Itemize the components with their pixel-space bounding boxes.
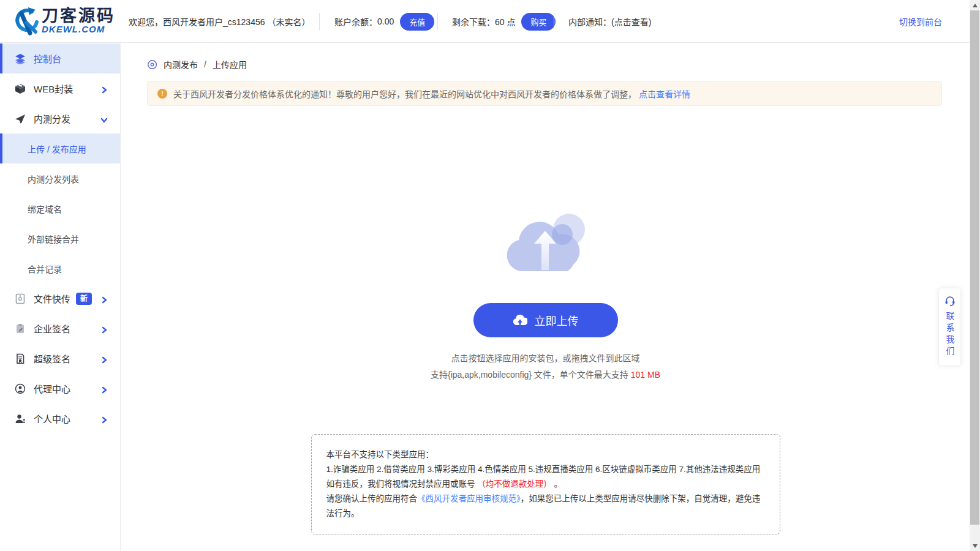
top-header: 刀客源码 DKEWL.COM 欢迎您，西风开发者用户_cs123456 （未实名… (0, 0, 970, 43)
sidebar-nav: 控制台 WEB封装 内测分发 上传 / 发布应用 (0, 43, 121, 551)
header-divider (437, 13, 438, 30)
downloads-value: 60 点 (495, 15, 515, 28)
logo-mark-icon (11, 6, 39, 36)
sidebar-subitem-external-link-merge[interactable]: 外部链接合并 (0, 223, 120, 253)
sidebar-subitem-bind-domain[interactable]: 绑定域名 (0, 193, 120, 223)
sidebar-item-personal-center[interactable]: 个人中心 (0, 403, 120, 433)
location-target-icon (147, 59, 157, 70)
rules-line-4: 请您确认上传的应用符合《西风开发者应用审核规范》，如果您已上传以上类型应用请尽快… (326, 492, 765, 521)
account-balance: 账户余额： 0.00 充值 (334, 0, 434, 43)
rules-line-4-text: 请您确认上传的应用符合 (326, 494, 418, 503)
file-icon (15, 293, 26, 304)
sidebar-item-label: 文件快传 (34, 292, 70, 305)
chevron-down-icon (100, 115, 108, 126)
internal-notice[interactable]: 内部通知： (点击查看) (568, 0, 651, 43)
sidebar-item-enterprise-signature[interactable]: 企业签名 (0, 313, 120, 343)
downloads-label: 剩余下载： (452, 15, 495, 28)
sidebar-item-label: 代理中心 (34, 382, 70, 395)
sidebar-item-dashboard[interactable]: 控制台 (0, 43, 120, 73)
breadcrumb: 内测发布 / 上传应用 (147, 58, 970, 70)
certificate-icon (15, 353, 26, 364)
buy-button[interactable]: 购买 (521, 13, 556, 31)
upload-hint-filetypes: 支持{ipa,apk,mobileconfig} 文件，单个文件最大支持 101… (121, 368, 970, 380)
chevron-right-icon (100, 415, 108, 425)
headset-icon (944, 294, 956, 307)
scrollbar-down-arrow[interactable] (970, 541, 980, 551)
upload-max-size: 101 MB (631, 370, 660, 380)
breadcrumb-section[interactable]: 内测发布 (164, 58, 198, 70)
alert-details-link[interactable]: 点击查看详情 (639, 88, 690, 100)
sidebar-subitem-distribution-list[interactable]: 内测分发列表 (0, 163, 120, 193)
chevron-right-icon (100, 295, 108, 305)
chevron-right-icon (100, 325, 108, 335)
sidebar-item-super-signature[interactable]: 超级签名 (0, 343, 120, 373)
chevron-right-icon (100, 355, 108, 365)
agent-icon (15, 383, 26, 394)
main-content: 内测发布 / 上传应用 ! 关于西风开发者分发价格体系优化的通知！尊敬的用户您好… (121, 43, 970, 551)
upload-dropzone[interactable]: 立即上传 点击按钮选择应用的安装包，或拖拽文件到此区域 支持{ipa,apk,m… (121, 209, 970, 534)
sidebar-subitem-label: 合并记录 (28, 263, 62, 275)
user-icon (15, 413, 26, 424)
sidebar-item-label: 个人中心 (34, 412, 70, 425)
logo-domain: DKEWL.COM (42, 24, 115, 34)
sidebar-item-file-transfer[interactable]: 文件快传 新 (0, 283, 120, 313)
breadcrumb-page: 上传应用 (213, 58, 247, 70)
prohibited-apps-notice: 本平台不支持以下类型应用： 1.诈骗类应用 2.借贷类应用 3.博彩类应用 4.… (311, 434, 780, 534)
sidebar-item-label: 企业签名 (34, 322, 70, 335)
sidebar-item-label: 内测分发 (34, 112, 70, 125)
rules-line-3: 如有违反，我们将视情况封禁应用或账号 （均不做退款处理） 。 (326, 477, 765, 492)
rules-line-2: 1.诈骗类应用 2.借贷类应用 3.博彩类应用 4.色情类应用 5.违规直播类应… (326, 462, 765, 477)
layers-icon (15, 53, 26, 64)
sidebar-item-label: WEB封装 (34, 82, 73, 95)
cloud-upload-icon (513, 315, 527, 326)
sidebar-item-label: 超级签名 (34, 352, 70, 365)
upload-button-label: 立即上传 (535, 312, 579, 328)
header-divider (319, 13, 320, 30)
new-badge: 新 (76, 293, 92, 305)
sidebar-subitem-label: 内测分发列表 (28, 173, 79, 185)
remaining-downloads: 剩余下载： 60 点 购买 (452, 0, 556, 43)
notice-alert-banner: ! 关于西风开发者分发价格体系优化的通知！尊敬的用户您好，我们在最近的网站优化中… (147, 81, 942, 106)
no-refund-warning: （均不做退款处理） (477, 479, 552, 489)
rules-line-3-suffix: 。 (552, 479, 562, 489)
sidebar-subitem-upload-publish-app[interactable]: 上传 / 发布应用 (0, 133, 120, 163)
chevron-right-icon (100, 85, 108, 96)
sidebar-item-web-packaging[interactable]: WEB封装 (0, 73, 120, 103)
upload-now-button[interactable]: 立即上传 (473, 303, 618, 337)
logo-title: 刀客源码 (42, 7, 115, 24)
sidebar-item-agent-center[interactable]: 代理中心 (0, 373, 120, 403)
rules-line-1: 本平台不支持以下类型应用： (326, 448, 765, 462)
sidebar-item-label: 控制台 (34, 52, 61, 65)
review-spec-link[interactable]: 《西风开发者应用审核规范》 (417, 494, 521, 503)
cube-icon (15, 83, 26, 94)
contact-us-widget[interactable]: 联系我们 (938, 288, 961, 366)
header-divider (554, 13, 554, 30)
clipboard-pen-icon (15, 323, 26, 334)
balance-value: 0.00 (377, 17, 394, 26)
recharge-button[interactable]: 充值 (400, 13, 434, 31)
contact-us-label: 联系我们 (944, 312, 956, 358)
chevron-right-icon (100, 385, 108, 395)
upload-hint-prefix: 支持{ipa,apk,mobileconfig} 文件，单个文件最大支持 (431, 370, 631, 380)
balance-label: 账户余额： (334, 15, 377, 28)
sidebar-subitem-label: 上传 / 发布应用 (28, 143, 86, 155)
cloud-upload-illustration (121, 209, 970, 283)
sidebar-subitem-label: 绑定域名 (28, 203, 62, 215)
site-logo[interactable]: 刀客源码 DKEWL.COM (11, 6, 115, 36)
scrollbar-thumb[interactable] (970, 10, 979, 525)
switch-to-front-link[interactable]: 切换到前台 (899, 0, 942, 43)
notice-link[interactable]: (点击查看) (611, 15, 651, 28)
sidebar-item-beta-distribution[interactable]: 内测分发 (0, 103, 120, 133)
sidebar-subitem-merge-records[interactable]: 合并记录 (0, 253, 120, 283)
logo-text: 刀客源码 DKEWL.COM (42, 7, 115, 34)
rules-line-3-text: 如有违反，我们将视情况封禁应用或账号 (326, 479, 478, 489)
sidebar-subitem-label: 外部链接合并 (28, 233, 79, 245)
paper-plane-icon (15, 113, 26, 124)
scrollbar-up-arrow[interactable] (970, 0, 980, 10)
breadcrumb-separator: / (204, 59, 206, 69)
welcome-text: 欢迎您，西风开发者用户_cs123456 （未实名） (129, 0, 310, 43)
page-scrollbar[interactable] (970, 0, 980, 551)
upload-hint-primary: 点击按钮选择应用的安装包，或拖拽文件到此区域 (121, 351, 970, 364)
warning-icon: ! (157, 89, 167, 99)
notice-label: 内部通知： (568, 15, 611, 28)
